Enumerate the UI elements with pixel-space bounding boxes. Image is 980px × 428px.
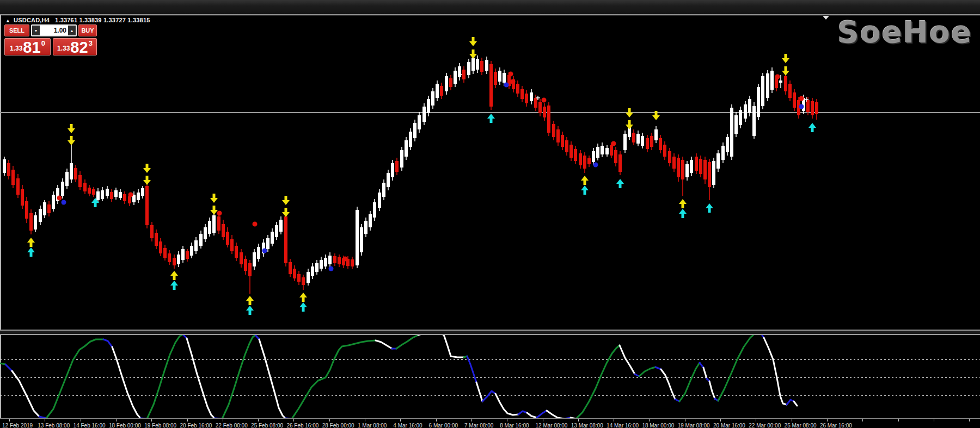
candle — [587, 156, 591, 167]
candle — [703, 157, 707, 184]
buy-signal-arrow-yellow-icon — [581, 176, 589, 185]
candle — [222, 220, 225, 240]
indicator-window-separator[interactable] — [0, 330, 980, 335]
signal-dot-blue-icon — [329, 266, 334, 271]
candle — [248, 260, 252, 294]
price-chart-canvas[interactable] — [0, 0, 980, 428]
candle — [632, 129, 635, 145]
candle — [34, 212, 37, 232]
oscillator-line-segment — [482, 391, 495, 401]
candle — [547, 102, 550, 136]
signal-dot-red-icon — [128, 193, 133, 197]
oscillator-line-segment — [661, 369, 675, 399]
oscillator-line-segment — [787, 400, 794, 405]
sell-signal-arrow-icon — [782, 54, 789, 63]
oscillator-line-segment — [46, 339, 103, 418]
signal-dot-red-icon — [57, 196, 62, 201]
signal-dot-red-icon — [253, 222, 258, 227]
time-axis-tick — [45, 419, 45, 421]
time-axis-tick — [400, 419, 401, 421]
candle — [556, 126, 560, 146]
candle — [186, 249, 189, 262]
candle — [405, 137, 408, 160]
candle — [3, 157, 6, 176]
oscillator-line-segment — [547, 411, 564, 419]
sell-price-big: 81 — [23, 40, 40, 54]
candle — [739, 107, 742, 128]
candle — [561, 132, 564, 150]
candle — [289, 259, 292, 277]
candle — [449, 75, 452, 90]
oscillator-line-segment — [576, 345, 620, 419]
sell-signal-arrow-icon — [782, 66, 789, 76]
symbol-collapse-triangle-icon[interactable]: ▲ — [5, 18, 10, 23]
sell-button[interactable]: SELL — [4, 24, 29, 36]
oscillator-line-segment — [537, 411, 547, 418]
sell-signal-arrow-icon — [68, 136, 75, 145]
oscillator-line-segment — [441, 332, 464, 357]
time-axis-label: 8 Mar 16:00 — [500, 423, 529, 428]
candle — [668, 148, 671, 166]
buy-price-button[interactable]: 1.33 82 3 — [53, 38, 97, 55]
time-axis-tick — [969, 419, 970, 421]
candle — [520, 86, 524, 102]
candle — [730, 104, 733, 160]
candle — [690, 157, 693, 176]
candle — [418, 112, 421, 133]
candle — [39, 206, 42, 225]
candle — [413, 120, 416, 141]
volume-input[interactable] — [40, 26, 68, 35]
candle — [565, 137, 568, 156]
buy-price-sup: 3 — [89, 39, 93, 47]
candle — [685, 161, 689, 181]
candle — [114, 188, 118, 200]
time-axis-tick — [543, 419, 543, 421]
candle — [646, 135, 649, 152]
candle — [141, 186, 144, 199]
candle — [395, 158, 399, 175]
candle — [663, 141, 666, 160]
chart-shift-marker[interactable] — [823, 16, 829, 20]
signal-dot-red-icon — [799, 96, 804, 101]
signal-dot-red-icon — [509, 72, 513, 77]
time-axis-label: 22 Feb 00:00 — [216, 423, 248, 428]
candle — [226, 227, 229, 247]
candle — [476, 55, 479, 73]
volume-decrease-icon[interactable]: ▼ — [32, 26, 40, 35]
volume-increase-icon[interactable]: ▲ — [68, 26, 76, 35]
sell-price-button[interactable]: 1.33 81 0 — [4, 38, 51, 55]
candle — [440, 83, 443, 99]
candle — [721, 142, 725, 163]
candle — [538, 99, 542, 116]
buy-button[interactable]: BUY — [78, 24, 97, 36]
buy-signal-arrow-cyan-icon — [808, 123, 816, 132]
time-axis-label: 28 Feb 00:00 — [322, 423, 354, 428]
buy-signal-arrow-yellow-icon — [170, 271, 178, 280]
oscillator-line-segment — [495, 394, 518, 415]
candle — [137, 189, 140, 203]
oscillator-line-segment — [187, 338, 215, 418]
signal-dot-blue-icon — [799, 104, 804, 109]
candle — [328, 252, 332, 267]
candle — [29, 209, 33, 234]
candle — [21, 185, 24, 209]
time-axis-label: 19 Mar 08:00 — [678, 423, 710, 428]
candle — [43, 200, 46, 218]
oscillator-line-segment — [0, 363, 5, 364]
sell-signal-arrow-icon — [282, 208, 290, 217]
candle — [56, 185, 59, 204]
candle — [650, 133, 653, 150]
candle — [163, 245, 167, 260]
candle — [748, 96, 751, 116]
sell-signal-arrow-icon — [143, 176, 151, 185]
candle — [530, 89, 533, 104]
candle — [16, 174, 20, 198]
candle — [199, 231, 203, 249]
candle — [253, 249, 256, 270]
candle — [315, 260, 318, 275]
candle — [181, 246, 185, 263]
candle — [293, 265, 296, 281]
candle — [726, 134, 729, 156]
candle — [752, 102, 756, 139]
oscillator-line-segment — [527, 413, 537, 418]
